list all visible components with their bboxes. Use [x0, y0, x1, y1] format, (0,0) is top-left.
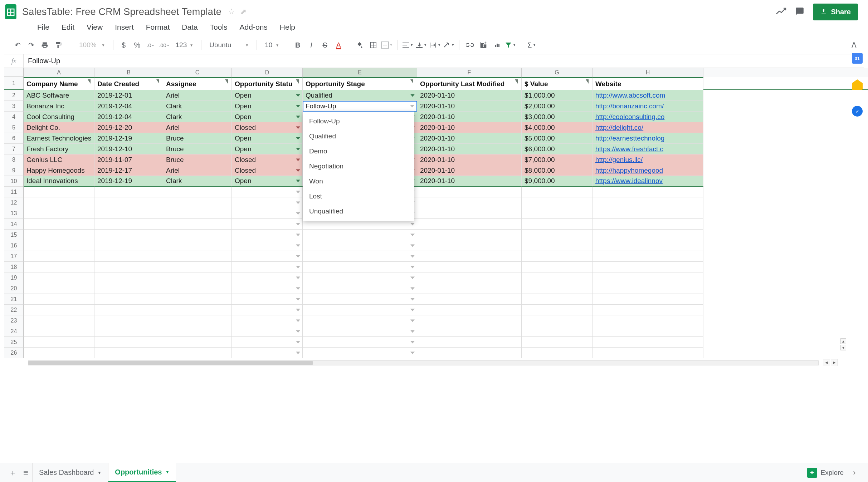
row-header-16[interactable]: 16	[4, 240, 24, 251]
cell-F2[interactable]: 2020-01-10	[417, 90, 522, 101]
dropdown-arrow-icon[interactable]	[296, 223, 300, 225]
cell-D21[interactable]	[232, 294, 303, 305]
cell-F18[interactable]	[417, 262, 522, 272]
header-cell-B[interactable]: Date Created	[94, 77, 163, 90]
cell-F7[interactable]: 2020-01-10	[417, 144, 522, 154]
increase-decimal-button[interactable]: .00→	[159, 39, 171, 51]
cell-F24[interactable]	[417, 326, 522, 337]
dropdown-arrow-icon[interactable]	[296, 169, 300, 172]
dropdown-arrow-icon[interactable]	[296, 298, 300, 300]
dropdown-option-qualified[interactable]: Qualified	[303, 129, 414, 144]
cell-F21[interactable]	[417, 294, 522, 305]
cell-B6[interactable]: 2019-12-19	[94, 133, 163, 144]
cell-C9[interactable]: Ariel	[163, 165, 232, 176]
header-cell-D[interactable]: Opportunity Statu	[232, 77, 303, 90]
dropdown-arrow-icon[interactable]	[410, 266, 415, 268]
filter-icon[interactable]	[410, 79, 413, 84]
cell-E19[interactable]	[303, 272, 417, 283]
cell-C17[interactable]	[163, 251, 232, 262]
cell-A5[interactable]: Delight Co.	[24, 122, 94, 133]
menu-view[interactable]: View	[82, 22, 108, 32]
cell-C8[interactable]: Bruce	[163, 154, 232, 165]
dropdown-option-won[interactable]: Won	[303, 174, 414, 189]
cell-A23[interactable]	[24, 315, 94, 326]
bold-button[interactable]: B	[292, 39, 304, 51]
row-header-10[interactable]: 10	[4, 176, 24, 187]
cell-G22[interactable]	[522, 305, 593, 315]
cell-B10[interactable]: 2019-12-19	[94, 176, 163, 187]
cell-H9[interactable]: http://happyhomegood	[593, 165, 703, 176]
calendar-side-icon[interactable]: 31	[852, 53, 863, 64]
text-wrap-button[interactable]: ▼	[429, 39, 441, 51]
filter-button[interactable]: ▼	[504, 39, 517, 51]
cell-A14[interactable]	[24, 219, 94, 230]
cell-B26[interactable]	[94, 348, 163, 358]
cell-B23[interactable]	[94, 315, 163, 326]
cell-B8[interactable]: 2019-11-07	[94, 154, 163, 165]
cell-H16[interactable]	[593, 240, 703, 251]
filter-icon[interactable]	[296, 79, 299, 84]
dropdown-arrow-icon[interactable]	[410, 223, 415, 225]
dropdown-arrow-icon[interactable]	[296, 341, 300, 343]
cell-G21[interactable]	[522, 294, 593, 305]
cell-A22[interactable]	[24, 305, 94, 315]
dropdown-arrow-icon[interactable]	[410, 309, 415, 311]
scroll-left-button[interactable]: ◄	[823, 359, 830, 366]
cell-F11[interactable]	[417, 187, 522, 197]
cell-C10[interactable]: Clark	[163, 176, 232, 187]
cell-E26[interactable]	[303, 348, 417, 358]
cell-A20[interactable]	[24, 283, 94, 294]
cell-C7[interactable]: Bruce	[163, 144, 232, 154]
cell-E25[interactable]	[303, 337, 417, 348]
cell-B21[interactable]	[94, 294, 163, 305]
cell-B5[interactable]: 2019-12-20	[94, 122, 163, 133]
cell-B17[interactable]	[94, 251, 163, 262]
header-cell-E[interactable]: Opportunity Stage	[303, 77, 417, 90]
filter-icon[interactable]	[88, 79, 91, 84]
cell-H20[interactable]	[593, 283, 703, 294]
row-header-1[interactable]: 1	[4, 77, 24, 89]
menu-format[interactable]: Format	[141, 22, 175, 32]
cell-A25[interactable]	[24, 337, 94, 348]
col-header-E[interactable]: E	[303, 68, 417, 77]
cell-A12[interactable]	[24, 197, 94, 208]
cell-A9[interactable]: Happy Homegoods	[24, 165, 94, 176]
row-header-14[interactable]: 14	[4, 219, 24, 230]
percent-button[interactable]: %	[131, 39, 143, 51]
cell-H12[interactable]	[593, 197, 703, 208]
cell-G10[interactable]: $9,000.00	[522, 176, 593, 187]
cell-G16[interactable]	[522, 240, 593, 251]
cell-G20[interactable]	[522, 283, 593, 294]
dropdown-arrow-icon[interactable]	[296, 201, 300, 204]
cell-C15[interactable]	[163, 230, 232, 240]
dropdown-arrow-icon[interactable]	[296, 330, 300, 333]
font-size-select[interactable]: 10▼	[261, 41, 283, 49]
cell-A21[interactable]	[24, 294, 94, 305]
sheet-tab-sales-dashboard[interactable]: Sales Dashboard▼	[32, 463, 108, 482]
cell-B9[interactable]: 2019-12-17	[94, 165, 163, 176]
move-folder-icon[interactable]: ⬈	[240, 7, 247, 16]
cell-D19[interactable]	[232, 272, 303, 283]
col-header-H[interactable]: H	[593, 68, 703, 77]
row-header-17[interactable]: 17	[4, 251, 24, 262]
cell-F6[interactable]: 2020-01-10	[417, 133, 522, 144]
row-header-7[interactable]: 7	[4, 144, 24, 154]
cell-E18[interactable]	[303, 262, 417, 272]
cell-E17[interactable]	[303, 251, 417, 262]
cell-B22[interactable]	[94, 305, 163, 315]
cell-H23[interactable]	[593, 315, 703, 326]
paint-format-button[interactable]	[52, 39, 64, 51]
dropdown-arrow-icon[interactable]	[296, 180, 300, 182]
row-header-20[interactable]: 20	[4, 283, 24, 294]
dropdown-arrow-icon[interactable]	[410, 255, 415, 257]
cell-G11[interactable]	[522, 187, 593, 197]
dropdown-option-negotiation[interactable]: Negotiation	[303, 159, 414, 174]
menu-edit[interactable]: Edit	[57, 22, 79, 32]
scroll-up-button[interactable]: ▲	[840, 338, 846, 344]
cell-F26[interactable]	[417, 348, 522, 358]
keep-side-icon[interactable]	[852, 79, 863, 90]
dropdown-arrow-icon[interactable]	[296, 191, 300, 193]
insert-comment-button[interactable]: +	[477, 39, 489, 51]
dropdown-arrow-icon[interactable]	[296, 137, 300, 139]
cell-A18[interactable]	[24, 262, 94, 272]
